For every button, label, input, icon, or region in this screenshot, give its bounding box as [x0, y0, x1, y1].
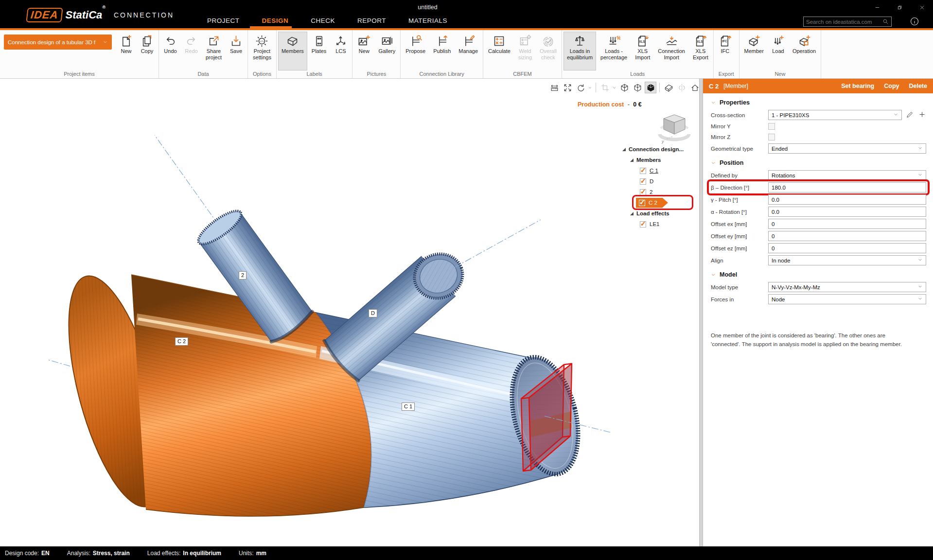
- panel-splitter[interactable]: [699, 79, 703, 546]
- section-collapse-icon[interactable]: [711, 100, 716, 105]
- connection-import-button[interactable]: Connection Import: [654, 32, 688, 70]
- search-input[interactable]: [806, 19, 882, 25]
- ifc-icon: IFC: [719, 34, 732, 48]
- menu-tab-project[interactable]: PROJECT: [199, 15, 247, 28]
- status-load-effects: Load effects:In equilibrium: [147, 550, 221, 557]
- lcs-button[interactable]: LCS: [331, 32, 351, 70]
- add-icon[interactable]: [918, 110, 926, 120]
- fit-view-icon[interactable]: [562, 82, 573, 93]
- status-analysis: Analysis:Stress, strain: [67, 550, 130, 557]
- expander-icon[interactable]: [630, 158, 634, 162]
- menu-tab-check[interactable]: CHECK: [303, 15, 343, 28]
- ribbon-group-export: IFCIFCExport: [714, 30, 739, 78]
- calculate-label: Calculate: [488, 48, 511, 54]
- mirror-y-checkbox[interactable]: [768, 123, 775, 130]
- align-select[interactable]: In node: [768, 255, 926, 265]
- share-project-button[interactable]: Share project: [202, 32, 225, 70]
- forces-in-select[interactable]: Node: [768, 294, 926, 304]
- checkbox-checked[interactable]: [639, 200, 645, 206]
- tree-item-d[interactable]: D: [622, 176, 698, 187]
- close-button[interactable]: [911, 0, 933, 15]
- cut-view-icon[interactable]: [663, 82, 674, 93]
- member-label-c-1[interactable]: C 1: [402, 402, 415, 411]
- expander-icon[interactable]: [622, 148, 626, 151]
- section-collapse-icon[interactable]: [711, 272, 716, 277]
- menu-tab-report[interactable]: REPORT: [350, 15, 394, 28]
- status-units: Units:mm: [239, 550, 266, 557]
- tree-item-c-1[interactable]: C 1: [622, 165, 698, 176]
- minimize-button[interactable]: [866, 0, 888, 15]
- new-button[interactable]: New: [116, 32, 136, 70]
- tree-group-members[interactable]: Members: [636, 157, 661, 163]
- mirror-z-checkbox[interactable]: [768, 134, 775, 140]
- delete-action[interactable]: Delete: [909, 83, 927, 89]
- publish-button[interactable]: Publish: [430, 32, 454, 70]
- tree-item-c-2[interactable]: C 2: [622, 197, 698, 208]
- checkbox-checked[interactable]: [640, 189, 646, 195]
- operation-button[interactable]: Operation: [789, 32, 819, 70]
- undo-button[interactable]: Undo: [160, 32, 180, 70]
- section-collapse-icon[interactable]: [711, 160, 716, 165]
- gallery-button[interactable]: Gallery: [375, 32, 399, 70]
- cube-hidden-view-icon[interactable]: [632, 82, 643, 93]
- propose-button[interactable]: Propose: [402, 32, 429, 70]
- chevron-down-icon: [917, 296, 923, 302]
- home-view-icon[interactable]: [689, 82, 699, 93]
- expander-icon[interactable]: [630, 212, 634, 215]
- menu-tab-materials[interactable]: MATERIALS: [401, 15, 455, 28]
- offset-ez-mm-input[interactable]: 0: [768, 243, 926, 253]
- offset-ex-mm-input[interactable]: 0: [768, 219, 926, 229]
- member-label-c-2[interactable]: C 2: [175, 337, 188, 346]
- member-button[interactable]: Member: [741, 32, 767, 70]
- checkbox-checked[interactable]: [640, 178, 646, 185]
- load-button[interactable]: Load: [768, 32, 788, 70]
- calculate-button[interactable]: Calculate: [485, 32, 514, 70]
- 3d-viewport[interactable]: Production cost - 0 € y Connection desig…: [0, 79, 699, 546]
- checkbox-checked[interactable]: [640, 221, 646, 228]
- project-type-dropdown[interactable]: Connection design of a tubular 3D f: [4, 35, 112, 50]
- checkbox-checked[interactable]: [640, 168, 646, 174]
- pitch-input[interactable]: 0.0: [768, 194, 926, 205]
- tree-item-2[interactable]: 2: [622, 187, 698, 197]
- edit-pencil-icon[interactable]: [906, 110, 914, 120]
- manage-button[interactable]: Manage: [455, 32, 481, 70]
- copy-action[interactable]: Copy: [884, 83, 899, 89]
- restore-button[interactable]: [888, 0, 911, 15]
- plates-button[interactable]: Plates: [308, 32, 330, 70]
- offset-ey-mm-input[interactable]: 0: [768, 231, 926, 241]
- chevron-down-icon: [917, 284, 923, 290]
- ifc-button[interactable]: IFCIFC: [715, 32, 735, 70]
- member-label-2[interactable]: 2: [239, 271, 246, 280]
- rotate-view-icon[interactable]: [575, 82, 586, 93]
- members-button[interactable]: Members: [278, 32, 307, 70]
- xls-export-button[interactable]: XLSXLS Export: [689, 32, 712, 70]
- cross-section-select[interactable]: 1 - PIPE310XS: [768, 110, 902, 120]
- loads-in-equilibrium-button[interactable]: Loads in equilibrium: [563, 32, 596, 70]
- save-button[interactable]: Save: [226, 32, 246, 70]
- defined-by-select[interactable]: Rotations: [768, 170, 926, 180]
- ribbon-group-label: Loads: [563, 70, 712, 78]
- cube-solid-view-icon[interactable]: [645, 82, 656, 93]
- tree-root-label[interactable]: Connection design...: [629, 146, 684, 152]
- xls-import-button[interactable]: XLSXLS Import: [632, 32, 653, 70]
- member-label-d[interactable]: D: [369, 309, 377, 317]
- info-icon[interactable]: [910, 17, 919, 26]
- chevron-down-icon[interactable]: [612, 82, 617, 93]
- chevron-down-icon[interactable]: [588, 82, 593, 93]
- new-button[interactable]: New: [354, 32, 374, 70]
- cube-wire-view-icon[interactable]: [618, 82, 630, 93]
- geometrical-type-select[interactable]: Ended: [768, 143, 926, 154]
- copy-button[interactable]: Copy: [137, 32, 157, 70]
- tree-group-load-effects[interactable]: Load effects: [636, 210, 669, 216]
- rotation-input[interactable]: 0.0: [768, 207, 926, 217]
- search-box[interactable]: [803, 17, 892, 27]
- navigation-cube[interactable]: y: [654, 107, 695, 148]
- loads-percentage-button[interactable]: %Loads - percentage: [597, 32, 631, 70]
- direction-input[interactable]: 180.0: [768, 182, 926, 192]
- measure-view-icon[interactable]: [548, 82, 560, 93]
- logo-statica: StatiCa®: [66, 9, 106, 21]
- tree-item-le1[interactable]: LE1: [622, 219, 698, 229]
- model-type-select[interactable]: N-Vy-Vz-Mx-My-Mz: [768, 282, 926, 292]
- set-bearing-action[interactable]: Set bearing: [841, 83, 874, 89]
- project-settings-button[interactable]: </>Project settings: [249, 32, 275, 70]
